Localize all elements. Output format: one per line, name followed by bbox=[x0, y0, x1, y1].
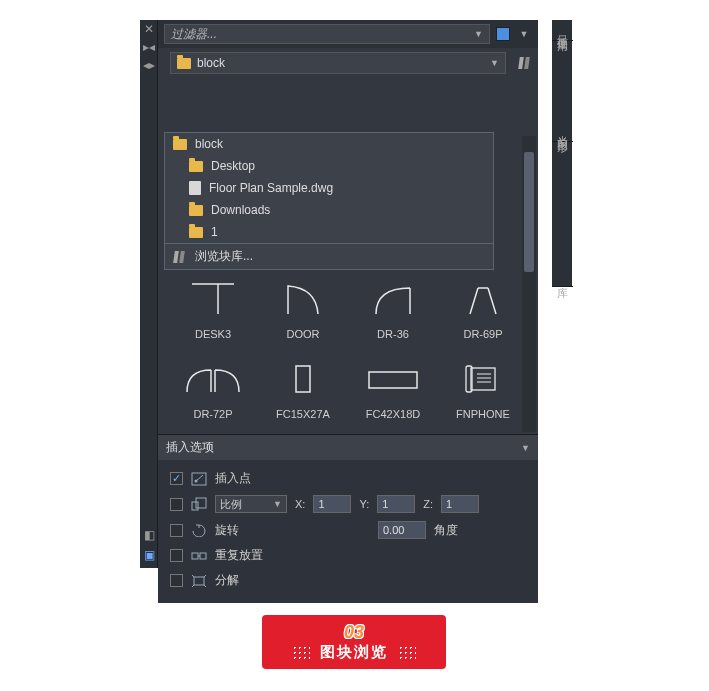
insert-options-title: 插入选项 bbox=[166, 439, 214, 456]
dropdown-item-floorplan[interactable]: Floor Plan Sample.dwg bbox=[165, 177, 493, 199]
dropdown-browse-label: 浏览块库... bbox=[195, 248, 253, 265]
chevron-down-icon: ▼ bbox=[490, 58, 499, 68]
svg-rect-11 bbox=[192, 553, 198, 559]
scale-x-label: X: bbox=[295, 498, 305, 510]
scale-z-input[interactable]: 1 bbox=[441, 495, 479, 513]
block-label: DR-72P bbox=[193, 408, 232, 420]
filter-placeholder: 过滤器... bbox=[171, 26, 217, 43]
dropdown-browse-library[interactable]: 浏览块库... bbox=[165, 244, 493, 269]
svg-rect-13 bbox=[194, 577, 204, 585]
block-desk3[interactable]: DESK3 bbox=[172, 278, 254, 340]
tab-library[interactable]: 库 bbox=[552, 272, 573, 287]
dropdown-item-desktop[interactable]: Desktop bbox=[165, 155, 493, 177]
block-fc15x27a[interactable]: FC15X27A bbox=[262, 358, 344, 420]
dropdown-item-label: 1 bbox=[211, 225, 218, 239]
folder-icon bbox=[189, 161, 203, 172]
strip-icon-a[interactable]: ◧ bbox=[140, 526, 158, 544]
repeat-checkbox[interactable] bbox=[170, 549, 183, 562]
dropdown-item-label: Desktop bbox=[211, 159, 255, 173]
tab-recent[interactable]: 最近使用 bbox=[552, 20, 573, 41]
block-thumb bbox=[182, 358, 244, 400]
scale-y-label: Y: bbox=[359, 498, 369, 510]
dropdown-item-downloads[interactable]: Downloads bbox=[165, 199, 493, 221]
block-thumb bbox=[362, 278, 424, 320]
block-thumb bbox=[362, 358, 424, 400]
library-icon[interactable] bbox=[518, 56, 532, 70]
rotate-checkbox[interactable] bbox=[170, 524, 183, 537]
folder-icon bbox=[177, 58, 191, 69]
path-combo[interactable]: block ▼ bbox=[170, 52, 506, 74]
strip-icon-b[interactable]: ▣ bbox=[140, 546, 158, 564]
block-thumb bbox=[452, 278, 514, 320]
block-label: FC42X18D bbox=[366, 408, 420, 420]
scrollbar[interactable] bbox=[522, 136, 536, 432]
block-thumb bbox=[272, 358, 334, 400]
pin-right-icon[interactable]: ◂▸ bbox=[140, 56, 158, 74]
chevron-down-icon: ▼ bbox=[273, 499, 282, 509]
block-thumb bbox=[182, 278, 244, 320]
folder-icon bbox=[189, 227, 203, 238]
block-thumb bbox=[272, 278, 334, 320]
right-tab-strip: 最近使用 当前图形 库 bbox=[552, 20, 572, 287]
scale-y-input[interactable]: 1 bbox=[377, 495, 415, 513]
block-label: FC15X27A bbox=[276, 408, 330, 420]
panel-icon-strip: ✕ ▸◂ ◂▸ ◧ ▣ bbox=[140, 20, 158, 568]
library-icon bbox=[173, 250, 187, 264]
insert-options-header[interactable]: 插入选项 ▼ bbox=[158, 434, 538, 460]
block-dr36[interactable]: DR-36 bbox=[352, 278, 434, 340]
block-label: DR-69P bbox=[463, 328, 502, 340]
block-fc42x18d[interactable]: FC42X18D bbox=[352, 358, 434, 420]
svg-rect-9 bbox=[192, 502, 198, 510]
color-swatch-button[interactable] bbox=[496, 27, 510, 41]
svg-rect-12 bbox=[200, 553, 206, 559]
block-thumb bbox=[452, 358, 514, 400]
explode-checkbox[interactable] bbox=[170, 574, 183, 587]
block-door[interactable]: DOOR bbox=[262, 278, 344, 340]
dropdown-item-block[interactable]: block bbox=[165, 133, 493, 155]
svg-rect-1 bbox=[369, 372, 417, 388]
folder-icon bbox=[189, 205, 203, 216]
scale-icon bbox=[191, 497, 207, 511]
filter-bar: 过滤器... ▼ ▼ bbox=[158, 20, 538, 48]
block-label: DESK3 bbox=[195, 328, 231, 340]
insert-point-label: 插入点 bbox=[215, 470, 251, 487]
repeat-icon bbox=[191, 549, 207, 563]
pin-left-icon[interactable]: ▸◂ bbox=[140, 38, 158, 56]
scroll-thumb[interactable] bbox=[524, 152, 534, 272]
block-fnphone[interactable]: FNPHONE bbox=[442, 358, 524, 420]
chevron-down-icon: ▼ bbox=[521, 443, 530, 453]
scale-combo-label: 比例 bbox=[220, 497, 242, 512]
close-icon[interactable]: ✕ bbox=[140, 20, 158, 38]
filter-combo[interactable]: 过滤器... ▼ bbox=[164, 24, 490, 44]
path-dropdown: block Desktop Floor Plan Sample.dwg Down… bbox=[164, 132, 494, 270]
banner-number: 03 bbox=[344, 623, 364, 641]
rotate-angle-label: 角度 bbox=[434, 522, 458, 539]
section-banner: 03 图块浏览 bbox=[262, 615, 446, 669]
scale-x-input[interactable]: 1 bbox=[313, 495, 351, 513]
insert-point-checkbox[interactable] bbox=[170, 472, 183, 485]
chevron-down-icon: ▼ bbox=[474, 29, 483, 39]
dropdown-item-label: block bbox=[195, 137, 223, 151]
dropdown-item-label: Floor Plan Sample.dwg bbox=[209, 181, 333, 195]
block-dr72p[interactable]: DR-72P bbox=[172, 358, 254, 420]
insert-options-body: 插入点 比例 ▼ X: 1 Y: 1 Z: 1 旋转 0.00 bbox=[158, 460, 538, 603]
dropdown-item-1[interactable]: 1 bbox=[165, 221, 493, 243]
path-combo-label: block bbox=[197, 56, 484, 70]
folder-icon bbox=[173, 139, 187, 150]
tab-current-drawing[interactable]: 当前图形 bbox=[552, 121, 573, 142]
dropdown-item-label: Downloads bbox=[211, 203, 270, 217]
scale-checkbox[interactable] bbox=[170, 498, 183, 511]
repeat-label: 重复放置 bbox=[215, 547, 263, 564]
rotate-angle-input[interactable]: 0.00 bbox=[378, 521, 426, 539]
dots-icon bbox=[398, 645, 416, 659]
file-icon bbox=[189, 181, 201, 195]
block-dr69p[interactable]: DR-69P bbox=[442, 278, 524, 340]
explode-icon bbox=[191, 574, 207, 588]
svg-rect-2 bbox=[471, 368, 495, 390]
block-palette-panel: 过滤器... ▼ ▼ block ▼ block Desktop bbox=[158, 20, 538, 603]
scale-z-label: Z: bbox=[423, 498, 433, 510]
scale-combo[interactable]: 比例 ▼ bbox=[215, 495, 287, 513]
toolbar-menu-icon[interactable]: ▼ bbox=[516, 26, 532, 42]
explode-label: 分解 bbox=[215, 572, 239, 589]
path-bar: block ▼ bbox=[158, 48, 538, 78]
